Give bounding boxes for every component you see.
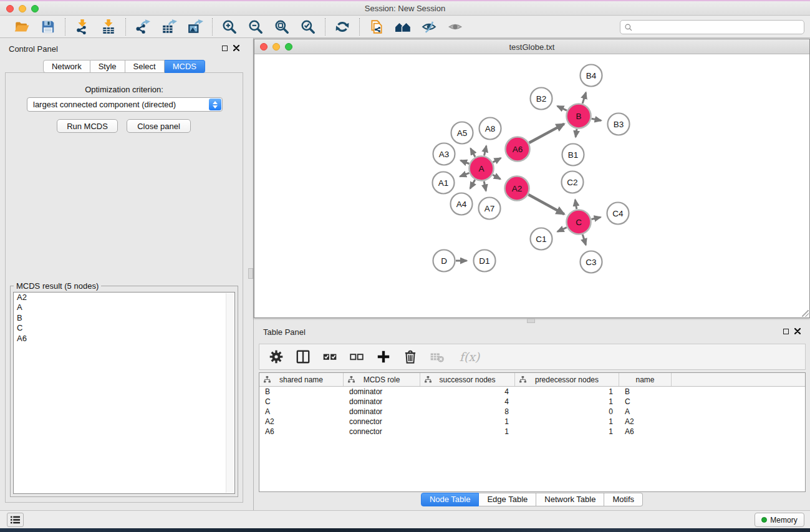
- node-C3[interactable]: C3: [581, 251, 602, 273]
- window-resize-grip[interactable]: [802, 310, 809, 317]
- column-header-name[interactable]: name: [619, 373, 672, 386]
- result-item[interactable]: A: [14, 302, 234, 312]
- refresh-view-button[interactable]: [333, 18, 352, 36]
- edge-A2-C[interactable]: [528, 195, 564, 214]
- export-image-button[interactable]: [186, 18, 205, 36]
- node-A6[interactable]: A6: [506, 137, 530, 162]
- mcds-result-list[interactable]: A2ABCA6: [13, 292, 235, 494]
- duplicate-network-button[interactable]: [367, 18, 386, 36]
- table-row[interactable]: Adominator80A: [259, 407, 805, 417]
- select-all-columns-button[interactable]: [322, 349, 338, 365]
- node-B2[interactable]: B2: [531, 88, 552, 110]
- node-B3[interactable]: B3: [608, 114, 630, 135]
- cell-successor-nodes[interactable]: 8: [420, 407, 515, 416]
- edge-A-A1[interactable]: [460, 173, 470, 177]
- save-session-button[interactable]: [39, 18, 57, 36]
- result-item[interactable]: C: [14, 323, 234, 333]
- cell-predecessor-nodes[interactable]: 1: [515, 387, 619, 396]
- cell-MCDS-role[interactable]: dominator: [344, 387, 420, 396]
- table-row[interactable]: Cdominator41C: [259, 397, 805, 407]
- edge-C-C1[interactable]: [557, 228, 567, 232]
- node-B4[interactable]: B4: [581, 65, 602, 87]
- cell-shared-name[interactable]: A: [259, 407, 344, 416]
- show-graphics-details-button[interactable]: [420, 18, 438, 36]
- import-network-button[interactable]: [73, 18, 92, 36]
- edge-B-B2[interactable]: [557, 106, 567, 110]
- unselect-all-columns-button[interactable]: [349, 349, 365, 365]
- node-D[interactable]: D: [433, 250, 455, 272]
- column-header-shared-name[interactable]: shared name: [259, 373, 344, 386]
- cell-MCDS-role[interactable]: dominator: [344, 407, 420, 416]
- table-row[interactable]: A6connector11A6: [259, 427, 805, 437]
- zoom-in-button[interactable]: [220, 18, 239, 36]
- edge-B-B4[interactable]: [582, 92, 586, 104]
- task-history-button[interactable]: [7, 513, 24, 527]
- edge-C-C2[interactable]: [575, 200, 576, 209]
- column-header-MCDS-role[interactable]: MCDS role: [344, 373, 420, 386]
- cell-MCDS-role[interactable]: connector: [344, 417, 420, 426]
- create-column-button[interactable]: [375, 349, 392, 365]
- zoom-out-button[interactable]: [246, 18, 265, 36]
- criterion-dropdown[interactable]: largest connected component (directed): [27, 97, 223, 112]
- import-table-button[interactable]: [99, 18, 118, 36]
- cell-predecessor-nodes[interactable]: 1: [515, 417, 619, 426]
- cell-predecessor-nodes[interactable]: 0: [515, 407, 619, 416]
- node-A2[interactable]: A2: [505, 177, 529, 201]
- run-mcds-button[interactable]: Run MCDS: [57, 119, 118, 133]
- panel-splitter-handle[interactable]: [248, 268, 253, 279]
- split-view-button[interactable]: [295, 349, 311, 365]
- cell-shared-name[interactable]: A6: [259, 427, 344, 436]
- cell-successor-nodes[interactable]: 1: [420, 427, 515, 436]
- cell-MCDS-role[interactable]: connector: [344, 427, 420, 436]
- edge-B-B1[interactable]: [576, 129, 577, 137]
- node-table[interactable]: shared nameMCDS rolesuccessor nodesprede…: [259, 372, 806, 492]
- cell-MCDS-role[interactable]: dominator: [344, 397, 420, 406]
- edge-A-A3[interactable]: [461, 160, 470, 163]
- function-builder-button[interactable]: f(x): [456, 349, 483, 365]
- table-panel-close-button[interactable]: [794, 328, 801, 334]
- node-A5[interactable]: A5: [451, 122, 473, 144]
- control-panel-float-button[interactable]: [222, 46, 228, 51]
- node-A8[interactable]: A8: [480, 118, 501, 140]
- close-panel-button[interactable]: Close panel: [127, 119, 191, 133]
- edge-A6-B[interactable]: [529, 124, 564, 143]
- edge-A-A4[interactable]: [470, 180, 475, 188]
- edge-A-A5[interactable]: [471, 148, 475, 157]
- node-C2[interactable]: C2: [562, 172, 584, 193]
- table-panel-float-button[interactable]: [783, 329, 789, 334]
- column-header-predecessor-nodes[interactable]: predecessor nodes: [515, 373, 619, 386]
- zoom-fit-button[interactable]: [272, 18, 291, 36]
- edge-A-A2[interactable]: [493, 175, 500, 179]
- tab-node-table[interactable]: Node Table: [421, 493, 480, 506]
- column-header-successor-nodes[interactable]: successor nodes: [420, 373, 515, 386]
- edge-A-A8[interactable]: [484, 146, 486, 156]
- table-settings-button[interactable]: [268, 349, 284, 365]
- cell-name[interactable]: A2: [619, 417, 672, 426]
- cell-shared-name[interactable]: B: [259, 387, 344, 396]
- tab-network[interactable]: Network: [43, 60, 90, 73]
- node-D1[interactable]: D1: [474, 250, 496, 272]
- cell-predecessor-nodes[interactable]: 1: [515, 427, 619, 436]
- tab-motifs[interactable]: Motifs: [604, 493, 643, 506]
- network-window-titlebar[interactable]: testGlobe.txt: [254, 39, 809, 54]
- node-A1[interactable]: A1: [433, 172, 455, 194]
- result-item[interactable]: A2: [14, 293, 234, 302]
- cell-shared-name[interactable]: A2: [259, 417, 344, 426]
- node-A4[interactable]: A4: [451, 193, 473, 215]
- export-network-button[interactable]: [133, 18, 152, 36]
- delete-columns-button[interactable]: [402, 349, 418, 365]
- cell-shared-name[interactable]: C: [259, 397, 344, 406]
- home-button[interactable]: [393, 18, 412, 36]
- table-row[interactable]: A2connector11A2: [259, 417, 805, 427]
- control-panel-close-button[interactable]: [233, 45, 239, 51]
- tab-network-table[interactable]: Network Table: [536, 493, 604, 506]
- node-A[interactable]: A: [470, 157, 494, 181]
- cell-name[interactable]: C: [619, 397, 672, 406]
- cell-name[interactable]: A6: [619, 427, 672, 436]
- search-input[interactable]: [633, 22, 804, 33]
- node-C[interactable]: C: [567, 210, 591, 235]
- table-splitter-handle[interactable]: [527, 319, 535, 323]
- export-table-button[interactable]: [160, 18, 178, 36]
- tab-select[interactable]: Select: [125, 60, 165, 73]
- result-item[interactable]: A6: [14, 334, 234, 344]
